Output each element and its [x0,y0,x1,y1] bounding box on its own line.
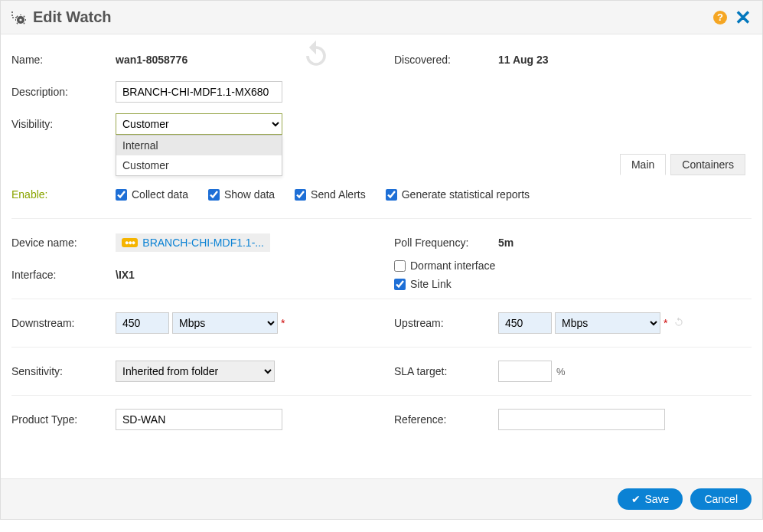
upstream-input[interactable] [498,312,552,334]
enable-label: Enable: [11,188,116,201]
visibility-option-internal[interactable]: Internal [116,135,282,155]
chk-collect-data-box[interactable] [116,189,127,201]
dialog-footer: ✔ Save Cancel [1,478,762,519]
chk-dormant-box[interactable] [394,260,406,272]
upstream-label: Upstream: [394,317,498,329]
visibility-option-customer[interactable]: Customer [116,155,282,175]
dialog-header: Edit Watch ? ✕ [1,1,762,34]
sensitivity-label: Sensitivity: [11,365,116,377]
visibility-dropdown: Internal Customer [116,135,282,176]
upstream-required-icon: * [664,317,667,329]
save-button[interactable]: ✔ Save [618,488,683,510]
reference-label: Reference: [394,413,498,426]
cancel-button[interactable]: Cancel [690,488,752,510]
svg-point-1 [19,18,21,21]
tab-containers[interactable]: Containers [670,154,745,175]
poll-freq-label: Poll Frequency: [394,237,498,249]
device-badge[interactable]: ●●● BRANCH-CHI-MDF1.1-... [116,233,270,252]
chk-send-alerts-box[interactable] [295,189,306,201]
reset-icon[interactable] [299,39,333,75]
interface-value: \IX1 [116,269,135,281]
product-type-label: Product Type: [11,413,116,426]
help-icon[interactable]: ? [713,11,727,24]
refresh-icon[interactable] [673,317,684,330]
upstream-unit-select[interactable]: Mbps [555,312,660,334]
chk-show-data-box[interactable] [208,189,220,201]
poll-freq-value: 5m [498,237,514,249]
product-type-input[interactable] [116,409,282,430]
dialog-title: Edit Watch [33,8,713,26]
device-link: BRANCH-CHI-MDF1.1-... [142,237,264,249]
downstream-label: Downstream: [11,317,116,329]
tab-main[interactable]: Main [620,154,666,175]
discovered-label: Discovered: [394,54,498,66]
sla-percent-label: % [556,366,566,377]
chk-show-data[interactable]: Show data [208,188,275,201]
sensitivity-select[interactable]: Inherited from folder [116,361,275,382]
name-value: wan1-8058776 [116,54,187,66]
chk-site-link[interactable]: Site Link [394,278,495,290]
chk-site-link-box[interactable] [394,279,406,290]
sla-target-input[interactable] [498,361,552,382]
downstream-unit-select[interactable]: Mbps [172,312,278,334]
visibility-label: Visibility: [11,118,116,130]
watch-gear-icon [11,10,28,24]
chk-reports[interactable]: Generate statistical reports [386,188,530,201]
chk-collect-data[interactable]: Collect data [116,188,188,201]
description-input[interactable] [116,81,282,103]
check-icon: ✔ [631,493,641,505]
discovered-value: 11 Aug 23 [498,54,549,66]
close-icon[interactable]: ✕ [735,11,752,24]
sla-target-label: SLA target: [394,365,498,377]
device-name-label: Device name: [11,237,116,249]
chk-dormant[interactable]: Dormant interface [394,259,495,272]
description-label: Description: [11,86,116,98]
device-icon: ●●● [122,238,138,247]
chk-reports-box[interactable] [386,189,397,201]
reference-input[interactable] [498,409,665,430]
visibility-select[interactable]: Customer [116,113,282,135]
name-label: Name: [11,54,116,66]
downstream-input[interactable] [116,312,169,334]
downstream-required-icon: * [281,317,285,329]
chk-send-alerts[interactable]: Send Alerts [295,188,366,201]
interface-label: Interface: [11,269,116,281]
